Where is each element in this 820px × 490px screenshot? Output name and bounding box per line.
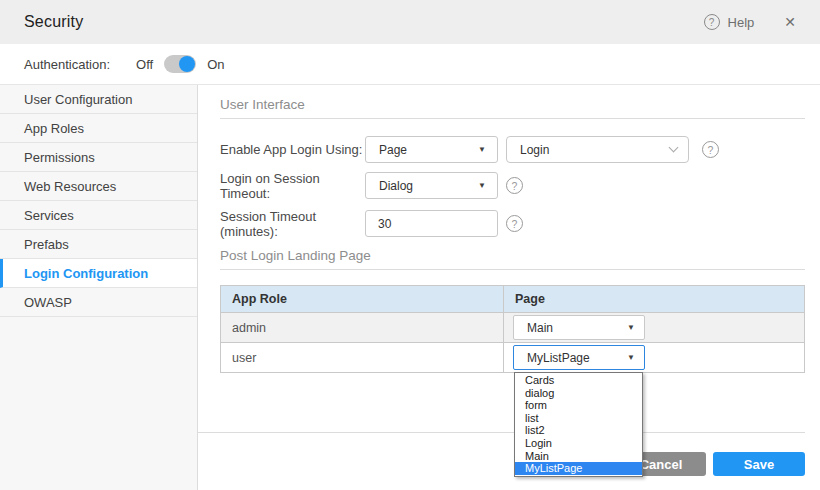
post-login-table: App Role Page admin Main ▼ xyxy=(220,285,805,373)
timeout-mode-value: Dialog xyxy=(379,179,413,193)
chevron-down-icon xyxy=(669,143,679,153)
sidebar-item-owasp[interactable]: OWASP xyxy=(0,288,197,317)
app-role-user: user xyxy=(221,343,504,373)
session-timeout-label: Session Timeout (minutes): xyxy=(220,209,365,239)
table-row: user MyListPage ▼ Cards dialog form xyxy=(221,343,805,373)
app-role-admin: admin xyxy=(221,313,504,343)
dropdown-option-dialog[interactable]: dialog xyxy=(515,387,642,400)
sidebar-item-app-roles[interactable]: App Roles xyxy=(0,114,197,143)
toggle-on-label: On xyxy=(207,57,224,72)
dropdown-option-form[interactable]: form xyxy=(515,399,642,412)
help-circle-icon[interactable]: ? xyxy=(506,177,523,194)
enable-app-login-label: Enable App Login Using: xyxy=(220,142,365,157)
authentication-label: Authentication: xyxy=(24,57,110,72)
sidebar-item-login-configuration[interactable]: Login Configuration xyxy=(0,259,197,288)
help-label: Help xyxy=(728,15,755,30)
help-circle-icon[interactable]: ? xyxy=(702,141,719,158)
sidebar-item-user-configuration[interactable]: User Configuration xyxy=(0,85,197,114)
toggle-off-label: Off xyxy=(136,57,153,72)
dropdown-option-cards[interactable]: Cards xyxy=(515,374,642,387)
section-title-user-interface: User Interface xyxy=(220,97,805,112)
table-row: admin Main ▼ xyxy=(221,313,805,343)
dropdown-option-login[interactable]: Login xyxy=(515,437,642,450)
dropdown-option-list2[interactable]: list2 xyxy=(515,424,642,437)
close-icon[interactable]: ✕ xyxy=(784,14,796,30)
help-circle-icon[interactable]: ? xyxy=(506,215,523,232)
toggle-knob xyxy=(179,56,195,72)
dropdown-option-main[interactable]: Main xyxy=(515,450,642,463)
title-bar: Security ? Help ✕ xyxy=(0,0,820,44)
sidebar-item-services[interactable]: Services xyxy=(0,201,197,230)
sidebar-item-prefabs[interactable]: Prefabs xyxy=(0,230,197,259)
field-enable-app-login: Enable App Login Using: Page ▼ Login ? xyxy=(220,136,805,163)
caret-down-icon: ▼ xyxy=(627,324,635,332)
caret-down-icon: ▼ xyxy=(478,182,486,190)
authentication-bar: Authentication: Off On xyxy=(0,44,820,85)
field-login-on-timeout: Login on Session Timeout: Dialog ▼ ? xyxy=(220,172,805,199)
sidebar-item-web-resources[interactable]: Web Resources xyxy=(0,172,197,201)
page-dropdown-list: Cards dialog form list list2 Login Main … xyxy=(514,372,643,477)
user-page-select[interactable]: MyListPage ▼ xyxy=(513,345,645,370)
session-timeout-input[interactable] xyxy=(365,210,498,237)
help-circle-icon: ? xyxy=(704,14,720,30)
table-header-row: App Role Page xyxy=(221,286,805,313)
login-page-value: Login xyxy=(520,143,549,157)
security-settings-window: Security ? Help ✕ Authentication: Off On… xyxy=(0,0,820,490)
footer-divider xyxy=(198,432,805,433)
section-title-post-login: Post Login Landing Page xyxy=(220,248,805,263)
section-divider xyxy=(220,118,805,119)
login-type-value: Page xyxy=(379,143,407,157)
save-button[interactable]: Save xyxy=(713,452,805,476)
caret-down-icon: ▼ xyxy=(627,354,635,362)
authentication-toggle[interactable] xyxy=(164,55,196,73)
column-header-page: Page xyxy=(504,286,805,313)
login-type-select[interactable]: Page ▼ xyxy=(365,136,498,163)
column-header-app-role: App Role xyxy=(221,286,504,313)
admin-page-select[interactable]: Main ▼ xyxy=(513,315,645,340)
login-on-timeout-label: Login on Session Timeout: xyxy=(220,171,365,201)
field-session-timeout: Session Timeout (minutes): ? xyxy=(220,210,805,237)
login-page-select[interactable]: Login xyxy=(506,136,689,163)
caret-down-icon: ▼ xyxy=(478,146,486,154)
sidebar: User Configuration App Roles Permissions… xyxy=(0,85,198,490)
help-button[interactable]: ? Help xyxy=(704,14,755,30)
dropdown-option-list[interactable]: list xyxy=(515,412,642,425)
admin-page-value: Main xyxy=(527,321,553,335)
page-title: Security xyxy=(24,13,83,31)
user-page-value: MyListPage xyxy=(527,351,590,365)
body: User Configuration App Roles Permissions… xyxy=(0,85,820,490)
section-divider xyxy=(220,269,805,270)
timeout-mode-select[interactable]: Dialog ▼ xyxy=(365,172,498,199)
dropdown-option-mylistpage[interactable]: MyListPage xyxy=(515,462,642,475)
main-content: User Interface Enable App Login Using: P… xyxy=(198,85,820,490)
sidebar-item-permissions[interactable]: Permissions xyxy=(0,143,197,172)
action-buttons: Cancel Save xyxy=(220,452,805,476)
